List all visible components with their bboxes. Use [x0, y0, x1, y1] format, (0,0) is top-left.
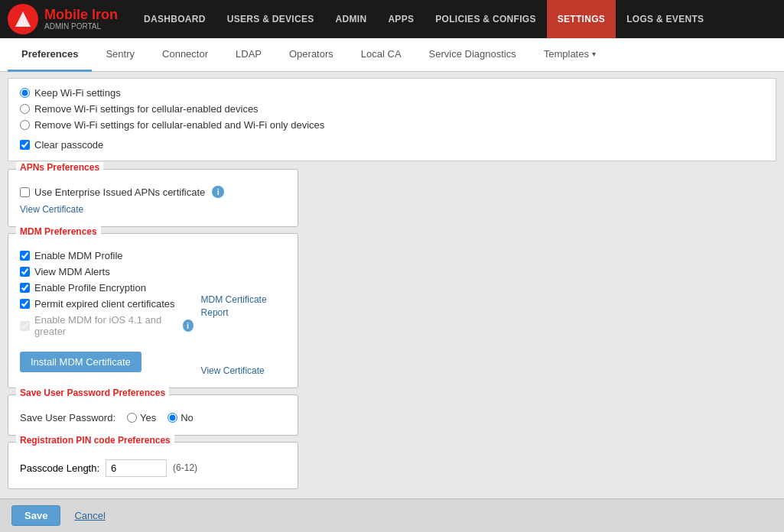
mdm-checkboxes: Enable MDM Profile View MDM Alerts Enabl…: [20, 248, 194, 376]
wifi-remove-cellular-option: Remove Wi-Fi settings for cellular-enabl…: [20, 101, 764, 117]
pin-section: Registration PIN code Preferences Passco…: [8, 442, 298, 489]
password-no-radio[interactable]: [168, 413, 177, 423]
tab-service-diagnostics[interactable]: Service Diagnostics: [415, 38, 530, 72]
password-yes-radio[interactable]: [127, 413, 137, 423]
wifi-remove-all-radio[interactable]: [20, 120, 30, 130]
password-yes-option: Yes: [127, 412, 156, 423]
install-mdm-cert-button[interactable]: Install MDM Certificate: [20, 352, 142, 372]
mdm-cert-links: MDM Certificate Report View Certificate: [201, 248, 286, 376]
tab-connector[interactable]: Connector: [148, 38, 222, 72]
mdm-enable-profile-option: Enable MDM Profile: [20, 248, 194, 264]
mdm-title: MDM Preferences: [16, 226, 101, 237]
mdm-install-btn-row: Install MDM Certificate: [20, 345, 194, 372]
main-content: Keep Wi-Fi settings Remove Wi-Fi setting…: [0, 78, 784, 532]
wifi-remove-all-option: Remove Wi-Fi settings for cellular-enabl…: [20, 117, 764, 133]
tab-templates[interactable]: Templates ▾: [530, 38, 610, 72]
clear-passcode-checkbox[interactable]: [20, 140, 30, 150]
password-no-option: No: [168, 412, 194, 423]
wifi-remove-cellular-radio[interactable]: [20, 104, 30, 114]
mdm-permit-expired-checkbox[interactable]: [20, 299, 30, 309]
apns-enterprise-cert-checkbox[interactable]: [20, 187, 30, 197]
password-section: Save User Password Preferences Save User…: [8, 394, 298, 436]
brand-text: Mobile Iron ADMIN PORTAL: [44, 8, 118, 31]
nav-dashboard[interactable]: DASHBOARD: [133, 0, 216, 38]
tab-local-ca[interactable]: Local CA: [347, 38, 415, 72]
nav-admin[interactable]: ADMIN: [325, 0, 378, 38]
wifi-panel: Keep Wi-Fi settings Remove Wi-Fi setting…: [8, 78, 776, 161]
chevron-down-icon: ▾: [592, 50, 596, 58]
mdm-view-alerts-option: View MDM Alerts: [20, 264, 194, 280]
logo: Mobile Iron ADMIN PORTAL: [8, 4, 118, 34]
password-title: Save User Password Preferences: [16, 388, 169, 398]
top-navigation: Mobile Iron ADMIN PORTAL DASHBOARD USERS…: [0, 0, 784, 38]
nav-logs-events[interactable]: LOGS & EVENTS: [616, 0, 714, 38]
tab-operators[interactable]: Operators: [275, 38, 347, 72]
nav-apps[interactable]: APPS: [377, 0, 425, 38]
tab-ldap[interactable]: LDAP: [222, 38, 275, 72]
mdm-ios41-option: Enable MDM for iOS 4.1 and greater i: [20, 312, 194, 339]
apns-view-cert-link[interactable]: View Certificate: [20, 204, 83, 215]
apns-enterprise-cert-option: Use Enterprise Issued APNs certificate i: [20, 183, 286, 200]
pin-title: Registration PIN code Preferences: [16, 435, 174, 446]
save-button[interactable]: Save: [11, 505, 60, 526]
mdm-section: MDM Preferences Enable MDM Profile View …: [8, 233, 298, 388]
cancel-button[interactable]: Cancel: [67, 506, 112, 525]
tab-bar: Preferences Sentry Connector LDAP Operat…: [0, 38, 784, 72]
wifi-keep-radio[interactable]: [20, 88, 30, 98]
footer-bar: Save Cancel: [0, 498, 784, 532]
mdm-enable-encryption-option: Enable Profile Encryption: [20, 280, 194, 296]
mdm-view-cert-link[interactable]: View Certificate: [201, 365, 286, 376]
nav-policies-configs[interactable]: POLICIES & CONFIGS: [425, 0, 546, 38]
mdm-ios41-checkbox[interactable]: [20, 321, 30, 331]
tab-sentry[interactable]: Sentry: [92, 38, 148, 72]
mdm-enable-encryption-checkbox[interactable]: [20, 283, 30, 293]
passcode-row: Passcode Length: (6-12): [20, 459, 286, 477]
clear-passcode-option: Clear passcode: [20, 137, 764, 153]
mdm-cert-report-link[interactable]: MDM Certificate Report: [201, 294, 286, 320]
apns-title: APNs Preferences: [16, 162, 103, 173]
password-row: Save User Password: Yes No: [20, 412, 286, 423]
tab-preferences[interactable]: Preferences: [8, 38, 92, 72]
wifi-keep-option: Keep Wi-Fi settings: [20, 85, 764, 101]
mdm-permit-expired-option: Permit expired client certificates: [20, 296, 194, 312]
mdm-enable-profile-checkbox[interactable]: [20, 251, 30, 261]
passcode-length-input[interactable]: [106, 459, 167, 477]
nav-settings[interactable]: SETTINGS: [547, 0, 616, 38]
nav-items: DASHBOARD USERS & DEVICES ADMIN APPS POL…: [133, 0, 776, 38]
mdm-ios41-info-icon[interactable]: i: [183, 320, 194, 332]
nav-users-devices[interactable]: USERS & DEVICES: [216, 0, 325, 38]
apns-info-icon[interactable]: i: [212, 186, 224, 198]
apns-section: APNs Preferences Use Enterprise Issued A…: [8, 169, 298, 227]
mdm-view-alerts-checkbox[interactable]: [20, 267, 30, 277]
